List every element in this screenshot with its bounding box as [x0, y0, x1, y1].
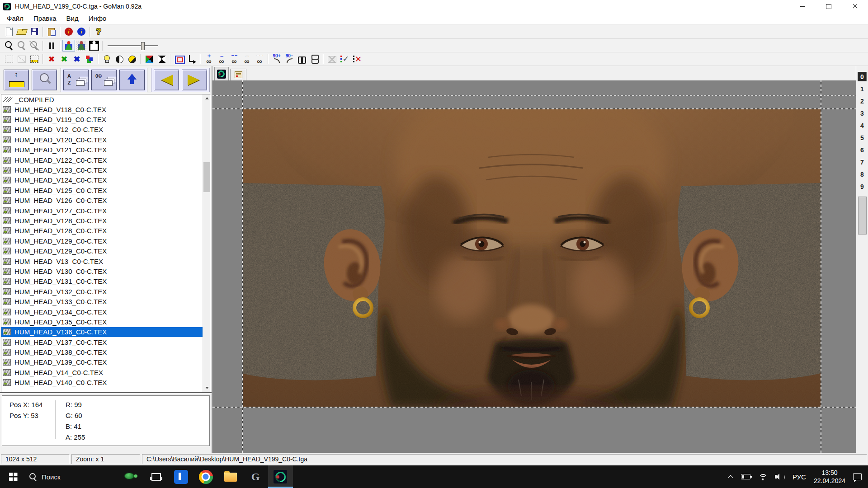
wifi-icon[interactable] [758, 473, 767, 480]
file-row[interactable]: HUM_HEAD_V128_C0-C.TEX [1, 226, 203, 236]
mip-level-9[interactable]: 9 [858, 182, 867, 191]
file-row[interactable]: HUM_HEAD_V135_C0-C.TEX [1, 317, 203, 327]
mip-add-button[interactable] [203, 53, 215, 65]
file-row[interactable]: HUM_HEAD_V138_C0-C.TEX [1, 347, 203, 357]
menu-item-0[interactable]: Файл [2, 14, 28, 22]
move-up-button[interactable] [119, 70, 145, 90]
mip-remove-all-button[interactable] [228, 53, 241, 65]
contrast-button[interactable] [113, 53, 126, 65]
file-row[interactable]: HUM_HEAD_V139_C0-C.TEX [1, 357, 203, 367]
file-row[interactable]: HUM_HEAD_V133_C0-C.TEX [1, 296, 203, 306]
file-row[interactable]: HUM_HEAD_V14_C0-C.TEX [1, 367, 203, 377]
scroll-up-button[interactable] [203, 94, 211, 102]
preview-button[interactable] [32, 70, 57, 90]
info-blue-button[interactable] [75, 26, 88, 38]
file-row[interactable]: HUM_HEAD_V128_C0-C.TEX [1, 216, 203, 225]
file-row[interactable]: HUM_HEAD_V134_C0-C.TEX [1, 307, 203, 317]
mip-level-3[interactable]: 3 [858, 108, 867, 118]
mip-check-button[interactable] [338, 53, 351, 65]
taskbar-lplayer[interactable] [169, 465, 193, 488]
zoom-out-button[interactable] [15, 40, 28, 52]
clear-blue-button[interactable] [71, 53, 83, 65]
texture-image[interactable] [242, 108, 821, 407]
close-button[interactable] [842, 0, 868, 13]
tab-info[interactable] [230, 69, 246, 80]
quad-bw-button[interactable] [156, 53, 168, 65]
taskbar-search[interactable]: Поиск [26, 473, 67, 481]
file-row[interactable]: HUM_HEAD_V124_C0-C.TEX [1, 175, 203, 185]
channel-squares-button[interactable] [83, 53, 96, 65]
flip-horizontal-button[interactable] [296, 53, 308, 65]
mip-delete-button[interactable] [351, 53, 363, 65]
zoom-off-button[interactable] [28, 40, 41, 52]
maximize-button[interactable] [816, 0, 842, 13]
view-color-button[interactable] [62, 40, 75, 52]
menu-item-2[interactable]: Вид [61, 14, 84, 22]
language-indicator[interactable]: РУС [793, 473, 806, 481]
taskbar-goman[interactable] [268, 465, 293, 488]
file-row[interactable]: HUM_HEAD_V125_C0-C.TEX [1, 185, 203, 195]
taskbar-task-view[interactable] [144, 465, 169, 488]
file-row[interactable]: HUM_HEAD_V122_C0-C.TEX [1, 155, 203, 165]
file-row[interactable]: HUM_HEAD_V121_C0-C.TEX [1, 145, 203, 155]
tray-expand-icon[interactable] [728, 474, 733, 479]
battery-icon[interactable] [741, 474, 750, 479]
file-row[interactable]: HUM_HEAD_V129_C0-C.TEX [1, 246, 203, 256]
start-button[interactable] [0, 465, 26, 488]
resize-arrow-button[interactable] [185, 53, 198, 65]
rotate-90-cw-button[interactable] [270, 53, 283, 65]
mip-level-7[interactable]: 7 [858, 157, 867, 167]
mip-level-6[interactable]: 6 [858, 145, 867, 155]
taskbar-tortoise[interactable] [119, 465, 144, 488]
file-row[interactable]: HUM_HEAD_V132_C0-C.TEX [1, 286, 203, 296]
rotate-90-ccw-button[interactable] [283, 53, 296, 65]
file-row[interactable]: HUM_HEAD_V129_C0-C.TEX [1, 236, 203, 246]
stretch-width-button[interactable] [4, 70, 29, 90]
volume-icon[interactable] [775, 473, 785, 480]
pause-button[interactable] [45, 40, 58, 52]
scrollbar-thumb[interactable] [203, 162, 210, 192]
canvas-scrollbar-thumb[interactable] [858, 197, 867, 235]
file-row[interactable]: HUM_HEAD_V137_C0-C.TEX [1, 337, 203, 347]
list-group-header[interactable]: _COMPILED [1, 94, 203, 104]
gamma-bulb-button[interactable] [100, 53, 113, 65]
border-frame-button[interactable] [173, 53, 185, 65]
export-box-button[interactable] [326, 53, 338, 65]
file-row[interactable]: HUM_HEAD_V120_C0-C.TEX [1, 135, 203, 145]
file-row[interactable]: HUM_HEAD_V136_C0-C.TEX [1, 327, 203, 337]
help-button[interactable] [92, 26, 105, 38]
sort-09-button[interactable] [91, 70, 117, 90]
file-row[interactable]: HUM_HEAD_V12_C0-C.TEX [1, 125, 203, 135]
mip-remove-button[interactable] [215, 53, 228, 65]
file-row[interactable]: HUM_HEAD_V118_C0-C.TEX [1, 104, 203, 114]
menu-item-3[interactable]: Инфо [84, 14, 112, 22]
file-row[interactable]: HUM_HEAD_V126_C0-C.TEX [1, 196, 203, 206]
next-file-button[interactable] [182, 70, 207, 90]
file-row[interactable]: HUM_HEAD_V127_C0-C.TEX [1, 206, 203, 216]
view-dither-button[interactable] [75, 40, 88, 52]
list-scrollbar[interactable] [203, 94, 210, 392]
paste-button[interactable] [45, 26, 58, 38]
select-rect-button[interactable] [3, 53, 15, 65]
file-row[interactable]: HUM_HEAD_V140_C0-C.TEX [1, 378, 203, 388]
clear-red-button[interactable] [45, 53, 58, 65]
mip-level-0[interactable]: 0 [858, 72, 867, 81]
file-row[interactable]: HUM_HEAD_V130_C0-C.TEX [1, 266, 203, 276]
taskbar-explorer[interactable] [218, 465, 243, 488]
menu-item-1[interactable]: Правка [28, 14, 61, 22]
flip-vertical-button[interactable] [308, 53, 321, 65]
brightness-button[interactable] [126, 53, 138, 65]
taskbar-gothic-g[interactable] [243, 465, 268, 488]
file-list[interactable]: _COMPILED HUM_HEAD_V118_C0-C.TEXHUM_HEAD… [1, 94, 211, 392]
mip-level-2[interactable]: 2 [858, 96, 867, 106]
mip-level-1[interactable]: 1 [858, 84, 867, 94]
tab-image[interactable] [214, 67, 229, 80]
file-row[interactable]: HUM_HEAD_V131_C0-C.TEX [1, 277, 203, 286]
new-document-button[interactable] [3, 26, 15, 38]
select-diagonal-button[interactable] [15, 53, 28, 65]
scroll-down-button[interactable] [203, 384, 211, 392]
save-file-button[interactable] [28, 26, 41, 38]
file-row[interactable]: HUM_HEAD_V13_C0-C.TEX [1, 256, 203, 266]
minimize-button[interactable] [789, 0, 816, 13]
clock[interactable]: 13:50 22.04.2024 [814, 469, 845, 485]
